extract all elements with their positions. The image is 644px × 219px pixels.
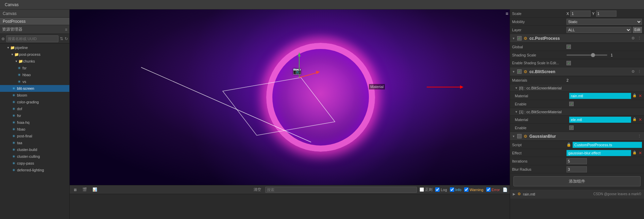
console-bar: 🖥 🎬 📊 清空 正则 Log Info Warning [70,185,510,219]
warning-checkbox[interactable]: Warning [464,187,484,192]
tree-item-pipeline[interactable]: ▼📁 pipeline [0,44,69,51]
iterations-value [566,158,642,164]
enable-shading-checkbox[interactable]: ✓ [566,61,571,65]
tree-item-cluster-build[interactable]: ✳ cluster-build [0,146,69,153]
viewport-toolbar: ≡ [506,11,508,16]
iterations-input[interactable] [566,158,587,164]
error-checkbox[interactable]: Error [486,187,500,192]
blitscreen-icon: ⚙ [524,69,527,74]
global-checkbox[interactable]: ✓ [566,45,571,49]
postprocess-more-icon[interactable]: ⋮ [637,36,642,40]
log-checkbox[interactable]: Log [435,187,447,192]
tree-item-chunks[interactable]: ▼📁 chunks [0,58,69,65]
tree-item-fsr[interactable]: ✳ fsr [0,65,69,71]
material0-enable-checkbox[interactable]: ✓ [569,102,574,106]
material0-lock-icon[interactable]: 🔒 [632,94,637,98]
material1-lock-icon[interactable]: 🔒 [632,117,637,122]
regex-checkbox[interactable]: 正则 [420,187,433,192]
assets-refresh-icon[interactable]: ↻ [65,36,68,41]
postprocess-label: PostProcess [0,18,69,25]
file-icon: ✳ [12,154,17,159]
scale-x-input[interactable] [570,11,591,17]
enable-shading-value: ✓ [566,61,642,65]
shading-scale-label: Shading Scale [512,53,566,57]
postprocess-enable-checkbox[interactable]: ✓ [517,36,522,40]
tree-item-fxaa-hq[interactable]: ✳ fxaa-hq [0,119,69,126]
effect-lock-icon[interactable]: 🔒 [632,151,637,155]
tree-item-copy-pass[interactable]: ✳ copy-pass [0,160,69,167]
material1-input[interactable] [569,117,631,123]
clear-button[interactable]: 清空 [252,187,262,192]
mobility-row: Mobility Static [510,18,644,26]
top-bar: Canvas [0,0,644,10]
assets-add-icon[interactable]: ⊕ [1,36,5,41]
tree-item-hbao[interactable]: ✳ hbao [0,71,69,78]
shading-scale-slider[interactable] [566,54,607,56]
assets-menu-icon[interactable]: ≡ [65,27,67,32]
postprocess-title: PostProcess [3,19,26,24]
global-value: ✓ [566,45,642,49]
add-component-button[interactable]: 添加组件 [513,176,641,186]
tree-item-fsr2[interactable]: ✳ fsr [0,112,69,119]
material0-label: [0] : cc.BlitScreenMaterial [519,86,562,90]
layer-edit-button[interactable]: Edit [633,27,642,33]
collapse-arrow-icon: ▼ [512,37,515,40]
file-icon: ✳ [12,114,17,118]
postprocess-settings-icon[interactable]: ⚙ [631,36,635,40]
gaussianblur-section-header[interactable]: ▼ ⚙ GaussianBlur ⋮ [510,132,644,141]
assets-sort-icon[interactable]: ⇅ [60,36,63,41]
mobility-select[interactable]: Static [566,19,642,25]
mobility-label: Mobility [512,20,566,24]
status-file-label: rain.mtl [523,192,535,196]
tree-item-cluster-culling[interactable]: ✳ cluster-culling [0,153,69,160]
tree-item-post-process[interactable]: ▼📁 post-process [0,51,69,58]
blitscreen-settings-icon[interactable]: ⚙ [631,69,635,74]
file-icon: ✳ [12,148,17,152]
tree-item-color-grading[interactable]: ✳ color-grading [0,99,69,105]
material1-header[interactable]: ▼ [1] : cc.BlitScreenMaterial [510,108,644,116]
blur-radius-input[interactable] [566,166,587,172]
material0-collapse-icon: ▼ [515,86,518,90]
file-icon: ✳ [12,141,17,145]
gaussianblur-more-icon[interactable]: ⋮ [637,134,642,138]
bottom-status-bar: ▶ ⚙ rain.mtl CSDN @goose leaves a mark© [510,189,644,199]
layer-select[interactable]: ALL [566,27,631,33]
console-file-icon[interactable]: 📄 [503,187,508,192]
enable-shading-row: Enable Shading Scale In Edit... ✓ [510,59,644,67]
assets-search-input[interactable] [6,35,58,42]
postprocess-section-header[interactable]: ▼ ✓ ⚙ cc.PostProcess ⚙ ⋮ [510,34,644,43]
script-input[interactable] [573,142,642,148]
material0-input[interactable] [569,93,631,99]
info-checkbox[interactable]: Info [450,187,461,192]
scale-y-input[interactable] [596,11,616,17]
material1-enable-checkbox[interactable]: ✓ [569,125,574,130]
tree-item-deferred-lighting[interactable]: ✳ deferred-lighting [0,167,69,173]
gaussianblur-enable-checkbox[interactable] [517,134,522,138]
material1-label: [1] : cc.BlitScreenMaterial [519,110,562,114]
blitscreen-section-header[interactable]: ▼ ✓ ⚙ cc.BlitScreen ⚙ ⋮ [510,67,644,76]
viewport-menu-icon[interactable]: ≡ [506,11,508,16]
blitscreen-title-label: cc.BlitScreen [529,69,555,74]
tree-item-hbao2[interactable]: ✳ hbao [0,126,69,133]
layer-row: Layer ALL Edit [510,26,644,34]
effect-input[interactable] [566,150,631,156]
tree-item-vs[interactable]: ✳ vs [0,78,69,85]
assets-toolbar: ⊕ ⇅ ↻ [0,34,69,44]
material0-delete-icon[interactable]: ✕ [639,94,642,98]
blitscreen-more-icon[interactable]: ⋮ [637,69,642,74]
blur-radius-label: Blur Radius [512,167,566,171]
tree-item-bloom[interactable]: ✳ bloom [0,92,69,99]
tree-item-blit-screen[interactable]: ✳ blit-screen [0,85,69,92]
material0-header[interactable]: ▼ [0] : cc.BlitScreenMaterial [510,84,644,92]
material0-name-value: 🔒 ✕ [569,93,642,99]
file-icon: ✳ [12,161,17,166]
material1-delete-icon[interactable]: ✕ [639,117,642,122]
iterations-label: Iterations [512,159,566,163]
tree-item-taa[interactable]: ✳ taa [0,139,69,146]
console-search-input[interactable] [265,187,417,193]
tree-item-dof[interactable]: ✳ dof [0,105,69,112]
effect-delete-icon[interactable]: ✕ [639,151,642,155]
script-value: 🔒 [566,142,642,148]
tree-item-post-final[interactable]: ✳ post-final [0,133,69,139]
blitscreen-enable-checkbox[interactable]: ✓ [517,69,522,74]
